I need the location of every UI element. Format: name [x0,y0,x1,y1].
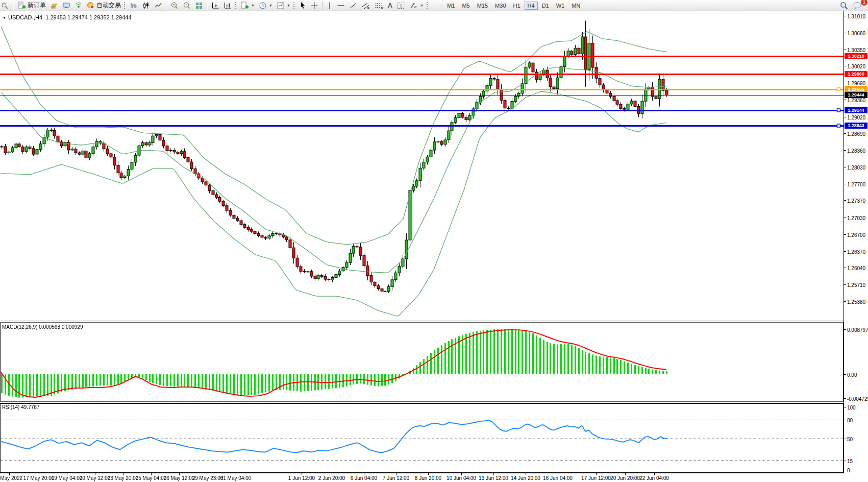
notification-badge: 1 [860,0,868,6]
price-axis-tick-label: 1.28360 [847,148,865,153]
terminal-button[interactable] [60,1,72,11]
text-a-icon: A [388,2,392,9]
chart-shift-button[interactable] [221,1,234,11]
search-button[interactable] [837,1,851,11]
auto-scroll-button[interactable] [209,1,221,11]
timeframe-mn[interactable]: MN [568,2,583,10]
toolbar-separator [166,2,167,10]
price-axis-tick-label: 1.27030 [847,215,865,221]
timeframe-m1[interactable]: M1 [444,2,458,10]
signal-icon [75,2,83,10]
price-axis-tickmark [844,439,846,439]
time-axis[interactable]: 6 May 202217 May 20:0019 May 04:0020 May… [0,473,844,482]
time-axis-label: 2 Jun 20:00 [318,475,345,481]
price-axis-tick-label: 1.31010 [847,13,865,19]
macd-chart-canvas[interactable] [0,323,844,401]
price-line-tag: 1.28843 [845,123,867,129]
price-axis-tick-label: 1.25710 [847,282,865,287]
chevron-down-icon: ▼ [287,4,290,7]
notifications-button[interactable]: 1 [851,1,865,11]
auto-trading-label: 自动交易 [96,1,121,10]
rsi-chart-canvas[interactable] [0,403,844,473]
time-axis-label: 6 Jun 04:00 [351,475,377,481]
cursor-button[interactable] [297,1,308,11]
timeframe-h1[interactable]: H1 [510,2,524,10]
signals-button[interactable] [72,1,85,11]
ohlc-values: 1.29453 1.29474 1.29352 1.29444 [45,14,131,20]
price-axis-tick-label: 15 [847,458,853,464]
rsi-label: RSI(14) 49.7767 [2,404,39,410]
vertical-line-button[interactable] [325,1,335,11]
periods-button[interactable]: ▼ [257,1,275,11]
symbol-dropdown-icon[interactable]: ▼ [3,16,6,19]
chevron-down-icon: ▼ [269,4,272,7]
new-order-label: 新订单 [28,1,46,10]
line-chart-icon [154,2,162,10]
price-axis-tick-label: 80 [847,417,853,423]
price-axis-tickmark [844,150,846,151]
text-button[interactable]: A [386,1,394,11]
arrows-button[interactable]: ▼ [408,1,426,11]
price-axis-tick-label: 0 [847,467,850,473]
timeframe-h4[interactable]: H4 [525,2,538,10]
price-axis-tickmark [844,83,846,83]
trendline-button[interactable] [347,1,359,11]
price-axis-tickmark [844,33,846,33]
mt4-window: 新订单 自动交易 [0,0,868,482]
crosshair-button[interactable] [308,1,320,11]
price-axis[interactable]: 1.310101.306801.303501.300201.296901.293… [844,11,868,473]
timeframe-m30[interactable]: M30 [492,2,509,10]
candlestick-chart-button[interactable] [140,1,152,11]
new-chart-button[interactable]: ▼ [238,1,257,11]
toolbar-grip [124,2,127,9]
price-axis-tickmark [844,117,846,117]
channel-button[interactable]: E [359,1,373,11]
price-axis-tickmark [844,167,846,167]
fibonacci-button[interactable]: F [373,1,386,11]
price-axis-tick-label: 1.25380 [847,299,865,304]
bar-chart-button[interactable] [128,1,140,11]
line-chart-button[interactable] [152,1,164,11]
price-axis-tick-label: 1.29020 [847,114,865,120]
auto-trading-button[interactable]: 自动交易 [85,1,123,11]
search-icon [839,1,849,10]
equidistant-channel-icon: E [361,2,370,10]
tile-windows-button[interactable] [193,1,205,11]
chevron-down-icon: ▼ [420,4,424,7]
timeframe-d1[interactable]: D1 [539,2,552,10]
price-axis-tickmark [844,100,846,100]
market-watch-button[interactable] [0,1,11,11]
timeframe-m5[interactable]: M5 [459,2,473,10]
text-label-button[interactable]: T [394,1,408,11]
indicators-button[interactable]: ▼ [275,1,292,11]
text-label-icon: T [396,2,406,10]
magnifier-icon [2,2,9,10]
toolbar-separator [13,2,14,10]
price-chart-canvas[interactable] [0,11,844,321]
price-axis-tickmark [844,407,846,407]
timeframe-w1[interactable]: W1 [553,2,568,10]
price-axis-tick-label: 1.26700 [847,232,865,237]
history-center-button[interactable] [48,1,60,11]
price-axis-tickmark [844,284,846,285]
price-line-tag: 1.29144 [845,107,867,113]
time-axis-label: 14 Jun 20:00 [511,475,540,481]
svg-text:T: T [400,3,403,8]
time-axis-label: 20 Jun 20:00 [610,475,640,481]
zoom-out-button[interactable] [181,1,193,11]
timeframe-m15[interactable]: M15 [474,2,491,10]
price-axis-tickmark [844,398,846,399]
time-axis-label: 16 Jun 04:00 [543,475,573,481]
auto-scroll-icon [211,2,219,10]
new-order-button[interactable]: 新订单 [15,1,48,11]
horizontal-line-button[interactable] [335,1,347,11]
zoom-out-icon [183,2,191,10]
time-axis-label: 26 May 12:00 [164,475,195,481]
time-axis-label: 19 May 04:00 [52,475,83,481]
new-chart-icon [240,2,249,10]
fibonacci-icon: F [375,2,384,10]
price-axis-tick-label: 0.00 [847,372,857,377]
zoom-in-button[interactable] [168,1,181,11]
toolbar-grip [427,2,429,9]
time-axis-label: 23 May 20:00 [108,475,139,481]
